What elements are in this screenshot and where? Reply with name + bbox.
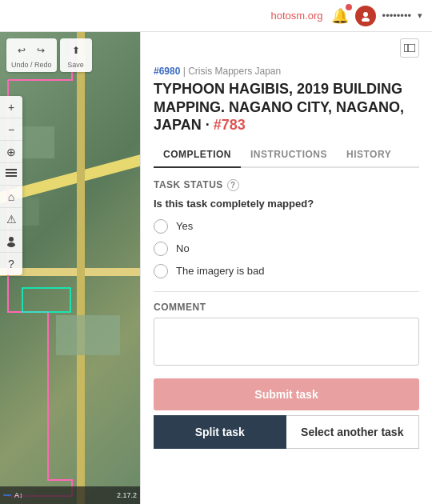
radio-label-no: No: [176, 242, 190, 254]
project-id-link[interactable]: #6980: [154, 66, 180, 77]
comment-label: COMMENT: [154, 302, 419, 313]
user-avatar[interactable]: [355, 6, 376, 26]
notification-bell[interactable]: 🔔: [331, 7, 349, 25]
radio-no[interactable]: No: [154, 242, 419, 256]
radio-bad-imagery[interactable]: The imagery is bad: [154, 264, 419, 278]
svg-rect-2: [22, 288, 70, 312]
map-scale: 2.17.2: [117, 491, 137, 499]
svg-rect-4: [6, 172, 17, 174]
radio-circle-no: [154, 242, 168, 256]
tab-instructions[interactable]: INSTRUCTIONS: [241, 142, 337, 168]
select-another-task-button[interactable]: Select another task: [286, 415, 420, 449]
map-left-toolbar: + − ⊕ ⌂ ⚠ ?: [0, 96, 22, 275]
radio-yes[interactable]: Yes: [154, 219, 419, 234]
map-area[interactable]: ↩ ↪ Undo / Redo ⬆ Save + − ⊕ ⌂ ⚠ ?: [0, 32, 140, 504]
radio-circle-bad-imagery: [154, 264, 168, 278]
task-number: #783: [214, 117, 246, 133]
zoom-in-button[interactable]: +: [0, 96, 22, 118]
task-status-help[interactable]: ?: [227, 179, 239, 191]
map-block-1: [56, 315, 120, 355]
top-nav: hotosm.org 🔔 •••••••• ▾: [0, 0, 432, 32]
home-button[interactable]: ⌂: [0, 186, 22, 208]
road-vertical: [77, 32, 85, 504]
submit-task-button[interactable]: Submit task: [154, 378, 419, 410]
radio-circle-yes: [154, 219, 168, 234]
locate-button[interactable]: ⊕: [0, 141, 22, 163]
map-bottom-pill: [3, 494, 11, 496]
user-name: ••••••••: [382, 10, 411, 22]
help-map-button[interactable]: ?: [0, 253, 22, 275]
person-button[interactable]: [0, 230, 22, 253]
tab-history[interactable]: HISTORY: [337, 142, 401, 168]
right-panel: #6980 | Crisis Mappers Japan TYPHOON HAG…: [140, 32, 432, 504]
map-toolbar-top: ↩ ↪ Undo / Redo ⬆ Save: [6, 38, 92, 72]
radio-label-yes: Yes: [176, 220, 193, 232]
task-status-section: TASK STATUS ?: [154, 179, 419, 191]
zoom-out-button[interactable]: −: [0, 118, 22, 141]
project-ref: #6980 | Crisis Mappers Japan: [154, 66, 419, 77]
svg-rect-5: [6, 175, 17, 177]
undo-redo-group: ↩ ↪ Undo / Redo: [6, 38, 57, 72]
svg-point-7: [7, 242, 15, 247]
svg-point-1: [362, 18, 370, 22]
action-row: Split task Select another task: [154, 415, 419, 449]
tab-bar: COMPLETION INSTRUCTIONS HISTORY: [154, 142, 419, 168]
warning-button[interactable]: ⚠: [0, 208, 22, 230]
save-button[interactable]: ⬆: [65, 42, 87, 59]
layers-button[interactable]: [0, 163, 22, 186]
redo-button[interactable]: ↪: [32, 42, 50, 59]
top-nav-icons: 🔔 •••••••• ▾: [331, 6, 422, 26]
project-title: TYPHOON HAGIBIS, 2019 BUILDING MAPPING. …: [154, 80, 419, 134]
site-link[interactable]: hotosm.org: [271, 10, 323, 22]
map-bottom-text: A↕: [14, 491, 23, 499]
undo-redo-label: Undo / Redo: [11, 61, 52, 69]
svg-point-6: [9, 237, 14, 242]
panel-header: #6980 | Crisis Mappers Japan TYPHOON HAG…: [141, 58, 432, 134]
svg-rect-3: [6, 169, 17, 170]
radio-label-bad-imagery: The imagery is bad: [176, 265, 265, 277]
task-status-label: TASK STATUS: [154, 179, 223, 190]
save-label: Save: [67, 61, 84, 69]
split-task-button[interactable]: Split task: [154, 415, 286, 449]
notification-badge: [346, 4, 352, 10]
project-title-text: TYPHOON HAGIBIS, 2019 BUILDING MAPPING. …: [154, 81, 404, 133]
panel-top-icons: [141, 32, 432, 58]
svg-point-0: [363, 12, 368, 17]
panel-body: TASK STATUS ? Is this task completely ma…: [141, 168, 432, 505]
main-layout: ↩ ↪ Undo / Redo ⬆ Save + − ⊕ ⌂ ⚠ ?: [0, 32, 432, 504]
tab-completion[interactable]: COMPLETION: [154, 142, 241, 168]
divider: [154, 291, 419, 292]
mapping-question: Is this task completely mapped?: [154, 198, 419, 210]
panel-layout-button[interactable]: [400, 38, 419, 58]
project-org: Crisis Mappers Japan: [188, 66, 281, 77]
svg-rect-8: [404, 44, 415, 52]
save-group: ⬆ Save: [60, 38, 92, 72]
map-bottom-bar: A↕ 2.17.2: [0, 486, 140, 504]
comment-textarea[interactable]: [154, 318, 419, 366]
title-dot: ·: [206, 117, 214, 133]
undo-button[interactable]: ↩: [13, 42, 30, 59]
user-menu-chevron[interactable]: ▾: [418, 10, 422, 21]
radio-group: Yes No The imagery is bad: [154, 219, 419, 278]
